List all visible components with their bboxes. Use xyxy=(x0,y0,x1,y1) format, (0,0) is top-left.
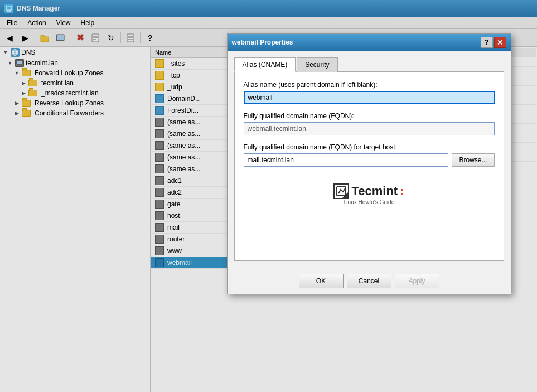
tecmint-colon: : xyxy=(400,184,404,199)
properties-dialog: webmail Properties ? ✕ Alias (CNAME) Sec… xyxy=(227,33,511,294)
tab-alias-cname[interactable]: Alias (CNAME) xyxy=(234,57,296,72)
apply-button[interactable]: Apply xyxy=(395,274,439,288)
fqdn-target-label: Fully qualified domain name (FQDN) for t… xyxy=(244,143,495,151)
modal-overlay: webmail Properties ? ✕ Alias (CNAME) Sec… xyxy=(0,0,537,392)
tab-content-alias: Alias name (uses parent domain if left b… xyxy=(234,71,504,261)
tecmint-text: Tecmint xyxy=(351,184,398,199)
tecmint-logo-area: Tecmint : Linux Howto's Guide xyxy=(244,183,495,205)
tab-security[interactable]: Security xyxy=(297,57,337,72)
fqdn-target-input[interactable] xyxy=(244,153,449,167)
fqdn-target-group: Fully qualified domain name (FQDN) for t… xyxy=(244,143,495,167)
dialog-close-button[interactable]: ✕ xyxy=(494,37,506,48)
browse-button[interactable]: Browse... xyxy=(452,153,494,167)
alias-name-label: Alias name (uses parent domain if left b… xyxy=(244,81,495,89)
tecmint-logo: Tecmint : xyxy=(333,183,404,199)
dialog-title-bar: webmail Properties ? ✕ xyxy=(228,34,511,51)
fqdn-input[interactable] xyxy=(244,122,495,135)
alias-name-input[interactable] xyxy=(244,91,495,104)
fqdn-target-row: Browse... xyxy=(244,153,495,167)
dialog-title: webmail Properties xyxy=(232,38,293,46)
dialog-footer: OK Cancel Apply xyxy=(228,268,511,294)
dialog-body: Alias (CNAME) Security Alias name (uses … xyxy=(228,51,511,268)
tecmint-tagline: Linux Howto's Guide xyxy=(344,199,394,205)
ok-button[interactable]: OK xyxy=(299,274,344,288)
svg-rect-26 xyxy=(337,187,346,196)
tecmint-square-icon xyxy=(333,183,349,199)
dialog-tabs: Alias (CNAME) Security xyxy=(234,57,504,72)
cancel-button[interactable]: Cancel xyxy=(347,274,391,288)
fqdn-group: Fully qualified domain name (FQDN): xyxy=(244,112,495,135)
dialog-help-button[interactable]: ? xyxy=(481,37,493,48)
alias-name-group: Alias name (uses parent domain if left b… xyxy=(244,81,495,104)
fqdn-label: Fully qualified domain name (FQDN): xyxy=(244,112,495,120)
dialog-title-buttons: ? ✕ xyxy=(481,37,506,48)
